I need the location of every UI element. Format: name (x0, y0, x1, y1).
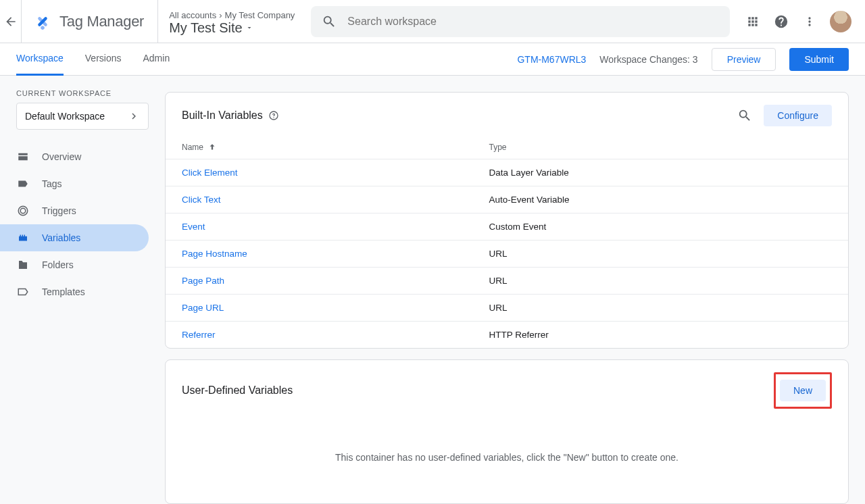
variable-name-link[interactable]: Referrer (182, 330, 216, 340)
tagmanager-logo-icon (34, 13, 51, 30)
chevron-right-icon (128, 110, 140, 122)
variable-type: Data Layer Variable (473, 159, 849, 186)
svg-point-4 (18, 206, 28, 216)
breadcrumb-accounts: All accounts (169, 10, 216, 20)
userdef-empty-message: This container has no user-defined varia… (166, 418, 848, 503)
container-id-link[interactable]: GTM-M67WRL3 (517, 54, 586, 65)
table-row[interactable]: Page PathURL (166, 268, 848, 295)
search-box[interactable] (311, 6, 730, 37)
variable-type: URL (473, 241, 849, 268)
help-icon (774, 14, 789, 29)
variable-type: URL (473, 268, 849, 295)
table-row[interactable]: Click TextAuto-Event Variable (166, 186, 848, 213)
svg-point-3 (20, 208, 26, 213)
breadcrumb-company: My Test Company (225, 10, 295, 20)
workspace-selector[interactable]: Default Workspace (16, 103, 149, 130)
variable-type: HTTP Referrer (473, 322, 849, 349)
product-logo-area[interactable]: Tag Manager (22, 0, 158, 43)
caret-down-icon (245, 24, 253, 32)
chevron-right-icon: › (219, 10, 222, 20)
sidebar-item-label: Tags (42, 178, 62, 189)
variable-icon (16, 232, 30, 244)
search-icon (737, 108, 752, 123)
builtin-table: Name Type Click ElementData Layer Variab… (166, 136, 848, 348)
tab-workspace[interactable]: Workspace (16, 43, 64, 76)
sidebar-item-variables[interactable]: Variables (0, 224, 149, 251)
table-row[interactable]: Page HostnameURL (166, 241, 848, 268)
sidebar-item-label: Folders (42, 259, 74, 270)
search-builtin-button[interactable] (737, 107, 753, 124)
sidebar-item-triggers[interactable]: Triggers (0, 197, 149, 224)
userdef-title: User-Defined Variables (182, 384, 293, 397)
apps-grid-icon (746, 15, 760, 28)
overview-icon (16, 151, 30, 163)
annotation-highlight: New (774, 372, 832, 409)
breadcrumb[interactable]: All accounts › My Test Company (169, 10, 295, 20)
workspace-changes: Workspace Changes: 3 (599, 54, 697, 65)
col-name-header[interactable]: Name (182, 143, 203, 152)
back-button[interactable] (0, 0, 22, 43)
workspace-name: Default Workspace (25, 111, 105, 122)
arrow-left-icon (4, 15, 18, 28)
more-vert-icon (803, 15, 816, 28)
builtin-variables-card: Built-In Variables Configure Name Type C… (165, 92, 849, 349)
preview-button[interactable]: Preview (712, 48, 776, 71)
table-row[interactable]: ReferrerHTTP Referrer (166, 322, 848, 349)
more-button[interactable] (801, 14, 818, 30)
userdef-variables-card: User-Defined Variables New This containe… (165, 359, 849, 504)
table-row[interactable]: EventCustom Event (166, 213, 848, 241)
sidebar-item-templates[interactable]: Templates (0, 278, 149, 305)
svg-point-2 (40, 25, 45, 30)
arrow-up-icon (207, 143, 217, 152)
sidebar-item-label: Overview (42, 151, 81, 162)
product-name: Tag Manager (59, 13, 144, 30)
variable-name-link[interactable]: Event (182, 222, 205, 232)
tab-admin[interactable]: Admin (143, 43, 170, 76)
variable-name-link[interactable]: Page Path (182, 276, 224, 286)
sidebar-item-label: Templates (42, 286, 85, 297)
folder-icon (16, 259, 30, 271)
search-icon (322, 14, 337, 29)
apps-button[interactable] (745, 14, 761, 30)
container-selector[interactable]: My Test Site (169, 20, 295, 36)
variable-type: Auto-Event Variable (473, 186, 849, 213)
variable-name-link[interactable]: Page Hostname (182, 249, 247, 259)
sidebar-item-overview[interactable]: Overview (0, 143, 149, 170)
avatar[interactable] (830, 11, 851, 32)
help-outline-icon[interactable] (268, 110, 279, 121)
submit-button[interactable]: Submit (789, 48, 849, 71)
tab-versions[interactable]: Versions (85, 43, 122, 76)
search-input[interactable] (347, 16, 719, 28)
sidebar-item-folders[interactable]: Folders (0, 251, 149, 278)
new-variable-button[interactable]: New (780, 380, 826, 401)
variable-name-link[interactable]: Page URL (182, 303, 224, 313)
help-button[interactable] (773, 14, 789, 30)
tag-icon (16, 178, 30, 190)
variable-type: Custom Event (473, 213, 849, 241)
col-type-header[interactable]: Type (473, 136, 849, 159)
site-name: My Test Site (169, 20, 243, 36)
configure-button[interactable]: Configure (764, 105, 832, 126)
sidebar-item-tags[interactable]: Tags (0, 170, 149, 197)
trigger-icon (16, 205, 30, 217)
variable-type: URL (473, 295, 849, 322)
table-row[interactable]: Page URLURL (166, 295, 848, 322)
variable-name-link[interactable]: Click Text (182, 195, 221, 205)
current-workspace-label: CURRENT WORKSPACE (0, 89, 165, 103)
table-row[interactable]: Click ElementData Layer Variable (166, 159, 848, 186)
variable-name-link[interactable]: Click Element (182, 168, 238, 178)
template-icon (16, 286, 30, 298)
sidebar-item-label: Triggers (42, 205, 76, 216)
sidebar-item-label: Variables (42, 232, 80, 243)
builtin-title: Built-In Variables (182, 109, 279, 122)
